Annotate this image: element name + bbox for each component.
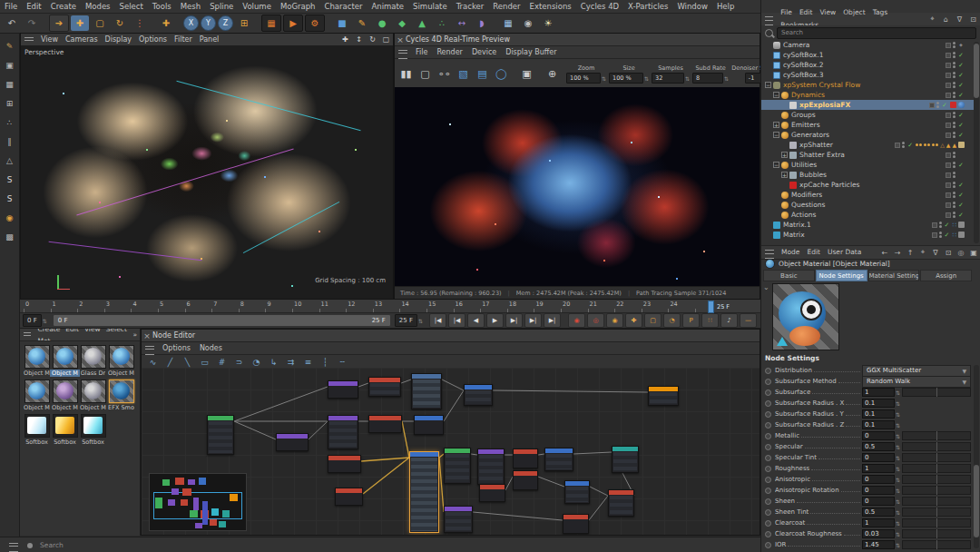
sound-icon[interactable]: ♪ [720,313,738,328]
object-row-utilities[interactable]: −Utilities✓ [761,160,974,170]
object-row-cysoftbox-2[interactable]: cySoftBox.2✓ [761,60,974,70]
param-value-field[interactable]: 1.45 [862,540,895,549]
layer-toggle-icon[interactable] [946,123,951,128]
graph-node[interactable] [477,448,505,485]
hook-icon[interactable]: ⊃ [231,357,247,369]
node-header[interactable] [328,456,360,460]
menu-icon[interactable] [765,16,773,25]
graph-node[interactable] [328,380,358,399]
mm-menu-select[interactable]: Select [103,329,130,335]
om-menu-edit[interactable]: Edit [796,6,817,19]
xpgroup-icon[interactable] [781,162,789,169]
om-filter-icon[interactable]: ∇ [954,14,965,25]
key-rotation-icon[interactable]: ◔ [663,313,681,328]
object-row-bubbles[interactable]: +Bubbles [761,170,974,180]
param-value-field[interactable]: 0 [862,497,895,506]
layer-toggle-icon[interactable] [946,83,951,88]
om-home-icon[interactable]: ⌂ [940,14,952,25]
keyframe-dot-icon[interactable] [765,368,771,374]
key-pla-icon[interactable]: ∷ [701,313,719,328]
graph-node[interactable] [414,415,444,435]
grid-snap-icon[interactable]: # [214,357,230,369]
spinner-icon[interactable]: ⇅ [896,477,900,483]
cluster-tag-icon[interactable]: ∷ [953,232,956,239]
spinner-icon[interactable]: ⇅ [896,509,900,516]
node-header[interactable] [412,374,441,379]
om-menu-view[interactable]: View [816,6,839,19]
live-selection-icon[interactable]: ➔ [49,15,69,32]
graph-node[interactable] [464,384,493,406]
undo-icon[interactable]: ↶ [3,15,21,31]
material-thumbnail[interactable] [81,345,106,369]
link-mode-icon[interactable]: ↳ [266,357,281,369]
layer-toggle-icon[interactable] [946,43,951,48]
field-value[interactable]: 32 [652,73,684,84]
am-find-icon[interactable]: ⌖ [917,247,928,258]
enabled-check-icon[interactable]: ✓ [957,132,965,139]
points-mode-icon[interactable]: ∴ [2,114,18,130]
vp-menu-cameras[interactable]: Cameras [62,34,102,45]
dots-tag-icon[interactable] [924,143,930,146]
enabled-check-icon[interactable]: ✓ [957,182,965,189]
pv-menu-device[interactable]: Device [467,46,501,58]
visibility-dots-icon[interactable] [953,112,956,118]
mode-menu-user-data[interactable]: User Data [824,246,865,259]
material-thumbnail[interactable] [81,414,106,438]
layer-toggle-icon[interactable] [946,113,951,118]
light-icon[interactable]: ☀ [539,15,557,31]
keyframe-dot-icon[interactable] [765,488,771,494]
status-search-label[interactable]: Search [40,541,64,549]
pv-menu-display-buffer[interactable]: Display Buffer [501,46,561,58]
graph-node[interactable] [564,480,590,504]
material-thumbnail[interactable] [81,380,106,403]
object-row-modifiers[interactable]: Modifiers✓ [761,190,974,200]
layer-toggle-icon[interactable] [946,172,951,178]
menu-overflow-icon[interactable]: » [130,329,140,340]
visibility-dots-icon[interactable] [953,182,956,188]
vp-menu-display[interactable]: Display [102,34,136,45]
spinner-icon[interactable]: ⇅ [724,75,729,82]
wire-straight-icon[interactable]: ╱ [162,357,178,369]
object-label[interactable]: Groups [791,111,816,119]
tag-tag-icon[interactable] [958,222,965,228]
param-value-field[interactable]: 0 [862,431,895,440]
align-rows-icon[interactable]: ≡ [300,357,316,369]
node-header[interactable] [336,488,362,493]
beige-tag-icon[interactable] [958,142,965,148]
spinner-icon[interactable]: ⇅ [896,520,900,527]
object-label[interactable]: Matrix.1 [783,221,811,229]
keyframe-dot-icon[interactable] [765,389,771,396]
enabled-check-icon[interactable]: ✓ [957,202,965,209]
object-label[interactable]: xpExplosiaFX [799,101,850,109]
tri-outline-tag-icon[interactable]: △ [940,142,945,148]
enabled-check-icon[interactable]: ✓ [944,232,951,239]
graph-node[interactable] [563,514,589,534]
object-row-questions[interactable]: Questions✓ [761,200,974,210]
layer-toggle-icon[interactable] [895,143,900,148]
rotate-view-icon[interactable]: ↻ [367,34,378,44]
am-history-icon[interactable]: ◎ [956,247,966,258]
main-menu-mesh[interactable]: Mesh [176,0,205,13]
param-value-field[interactable]: 1 [862,464,895,473]
graph-node[interactable] [276,433,309,451]
material-thumbnail[interactable] [109,345,134,369]
keyframe-dot-icon[interactable] [765,444,771,450]
main-menu-tracker[interactable]: Tracker [452,0,489,13]
camera-icon[interactable] [773,42,780,49]
object-label[interactable]: Modifiers [791,191,822,199]
align-horizontal-icon[interactable]: ⇉ [283,357,299,369]
graph-node[interactable] [368,377,401,397]
param-value-field[interactable]: 1 [862,388,895,397]
layer-toggle-icon[interactable] [946,93,951,98]
keyframe-dot-icon[interactable] [765,542,771,548]
array-icon[interactable]: ∴ [433,15,451,31]
spacing-icon[interactable]: ↔ [453,15,471,31]
keyframe-dot-icon[interactable] [765,411,771,418]
spline-pen-icon[interactable]: ✎ [353,15,371,31]
spinner-icon[interactable]: ⇅ [896,389,900,396]
node-header[interactable] [478,449,504,454]
param-slider[interactable] [902,453,971,462]
coordinate-system-icon[interactable]: ⊞ [235,15,253,31]
object-row-cysoftbox-3[interactable]: cySoftBox.3✓ [761,70,974,80]
snap-settings-icon[interactable]: S [2,191,18,206]
